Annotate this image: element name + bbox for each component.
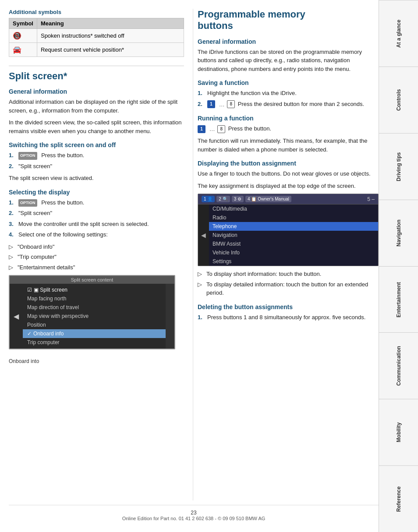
list-item: 1. OPTION Press the button.: [9, 151, 184, 160]
splitting-note: The split screen view is activated.: [9, 174, 184, 183]
meaning-cell: Request current vehicle position*: [37, 43, 184, 57]
displaying-text2: The key assignment is displayed at the t…: [198, 182, 379, 190]
prog-general-info-heading: General information: [198, 38, 379, 45]
menu-item: Map view with perspective: [23, 312, 166, 321]
running-text2: The function will run immediately. This …: [198, 137, 379, 154]
main-content: Additional symbols Symbol Meaning 📵 Spok…: [0, 0, 379, 532]
two-column-layout: Additional symbols Symbol Meaning 📵 Spok…: [9, 9, 379, 500]
copyright-text: Online Edition for Part no. 01 41 2 602 …: [9, 516, 379, 521]
right-column: Programmable memorybuttons General infor…: [193, 9, 379, 500]
sidebar-tab-reference[interactable]: Reference: [379, 465, 418, 532]
menu-item: Trip computer: [23, 338, 166, 347]
btn-num-1: 1 👤: [202, 196, 215, 202]
split-screen-para2: In the divided screen view, the so-calle…: [9, 118, 184, 135]
list-item: 1. Highlight the function via the iDrive…: [198, 89, 379, 98]
onboard-into-label: Onboard into: [9, 358, 184, 364]
assign-item: Radio: [209, 213, 378, 222]
btn-num-4: 4 📋 Owner's Manual: [245, 196, 291, 202]
split-screen-para1: Additional information can be displayed …: [9, 98, 184, 115]
btn-num-2: 2 🔍: [216, 196, 230, 202]
running-heading: Running a function: [198, 115, 379, 122]
meaning-col-header: Meaning: [37, 18, 184, 29]
running-text: 1 … 8 Press the button.: [198, 124, 379, 133]
sidebar-tab-communication[interactable]: Communication: [379, 332, 418, 399]
screenshot-menu: ▣ Split screen Map facing north Map dire…: [23, 284, 166, 349]
list-item: To display short information: touch the …: [198, 270, 379, 278]
split-screen-screenshot: Split screen content ◀ ▣ Split screen Ma…: [9, 275, 175, 349]
menu-item: Map direction of travel: [23, 303, 166, 312]
assign-item: Navigation: [209, 231, 378, 240]
meaning-cell: Spoken instructions* switched off: [37, 29, 184, 43]
list-item: "Entertainment details": [9, 263, 184, 272]
page-footer: 23 Online Edition for Part no. 01 41 2 6…: [9, 505, 379, 523]
sidebar-tab-mobility[interactable]: Mobility: [379, 399, 418, 465]
displaying-bullets: To display short information: touch the …: [198, 270, 379, 297]
table-row: 🚘 Request current vehicle position*: [9, 43, 184, 57]
btn-num-3: 3 ⚙: [232, 196, 244, 202]
list-item: 2. 1 … 8 Press the desired button for mo…: [198, 100, 379, 109]
menu-item: ▣ Split screen: [23, 285, 166, 294]
left-arrow-icon: ◀: [10, 284, 23, 349]
list-item: 1. OPTION Press the button.: [9, 198, 184, 207]
step-badge-1: 1: [207, 100, 215, 108]
divider: [9, 66, 184, 66]
list-item: 1. Press buttons 1 and 8 simultaneously …: [198, 313, 379, 322]
split-screen-general-info-heading: General information: [9, 88, 184, 95]
assign-item: Vehicle Info: [209, 248, 378, 257]
table-row: 📵 Spoken instructions* switched off: [9, 29, 184, 43]
list-item: 4. Select one of the following settings:: [9, 230, 184, 239]
assign-item: Settings: [209, 257, 378, 266]
prog-general-info-text: The iDrive functions can be stored on th…: [198, 48, 379, 74]
screenshot-body: ◀ ▣ Split screen Map facing north Map di…: [10, 284, 174, 349]
sidebar-tab-driving-tips[interactable]: Driving tips: [379, 133, 418, 200]
menu-item-onboard: Onboard info: [23, 329, 166, 338]
list-item: "Onboard info": [9, 243, 184, 251]
assign-item: BMW Assist: [209, 240, 378, 248]
split-screen-title: Split screen*: [9, 70, 184, 82]
sidebar-tab-navigation[interactable]: Navigation: [379, 200, 418, 266]
option-button-icon[interactable]: OPTION: [18, 152, 37, 160]
menu-item: Map facing north: [23, 294, 166, 303]
symbol-cell: 📵: [9, 29, 37, 43]
step-badge-run-8: 8: [217, 125, 225, 133]
step-badge-run-1: 1: [198, 125, 205, 133]
symbol-col-header: Symbol: [9, 18, 37, 29]
prog-mem-title: Programmable memorybuttons: [198, 9, 379, 32]
additional-symbols-section: Additional symbols Symbol Meaning 📵 Spok…: [9, 9, 184, 57]
assign-item-telephone: Telephone: [209, 222, 378, 231]
sidebar: At a glance Controls Driving tips Naviga…: [379, 0, 418, 532]
list-item: 2. "Split screen": [9, 162, 184, 171]
saving-steps: 1. Highlight the function via the iDrive…: [198, 89, 379, 109]
deleting-heading: Deleting the button assignments: [198, 303, 379, 310]
list-item: 3. Move the controller until the split s…: [9, 220, 184, 229]
displaying-heading: Displaying the button assignment: [198, 160, 379, 167]
left-arrow-icon: ◀: [198, 204, 209, 266]
sidebar-tab-at-a-glance[interactable]: At a glance: [379, 0, 418, 67]
page-number: 23: [9, 510, 379, 516]
btn-assign-body: ◀ CD/Multimedia Radio Telephone Navigati…: [198, 204, 378, 266]
sidebar-tab-entertainment[interactable]: Entertainment: [379, 266, 418, 333]
screenshot-header: Split screen content: [10, 276, 174, 284]
split-screen-section: Split screen* General information Additi…: [9, 70, 184, 349]
screenshot-right: [166, 284, 174, 349]
list-item: "Trip computer": [9, 253, 184, 261]
btn-num-5: 5 –: [367, 196, 375, 202]
symbol-cell: 🚘: [9, 43, 37, 57]
switching-steps: 1. OPTION Press the button. 2. "Split sc…: [9, 151, 184, 170]
additional-symbols-title: Additional symbols: [9, 9, 184, 15]
symbols-table: Symbol Meaning 📵 Spoken instructions* sw…: [9, 18, 184, 57]
saving-heading: Saving a function: [198, 79, 379, 86]
assign-item: CD/Multimedia: [209, 204, 378, 213]
menu-item: Position: [23, 321, 166, 329]
step-badge-8: 8: [227, 100, 235, 108]
programmable-memory-section: Programmable memorybuttons General infor…: [198, 9, 379, 321]
option-button-icon[interactable]: OPTION: [18, 199, 37, 207]
button-assignment-screenshot: 1 👤 2 🔍 3 ⚙ 4 📋 Owner's Manual 5 – ◀ CD/…: [198, 194, 379, 266]
switching-heading: Switching the split screen on and off: [9, 141, 184, 148]
selecting-heading: Selecting the display: [9, 189, 184, 196]
btn-assign-header: 1 👤 2 🔍 3 ⚙ 4 📋 Owner's Manual 5 –: [198, 194, 378, 204]
left-column: Additional symbols Symbol Meaning 📵 Spok…: [9, 9, 193, 500]
displaying-text1: Use a finger to touch the buttons. Do no…: [198, 169, 379, 178]
deleting-steps: 1. Press buttons 1 and 8 simultaneously …: [198, 313, 379, 322]
sidebar-tab-controls[interactable]: Controls: [379, 67, 418, 133]
